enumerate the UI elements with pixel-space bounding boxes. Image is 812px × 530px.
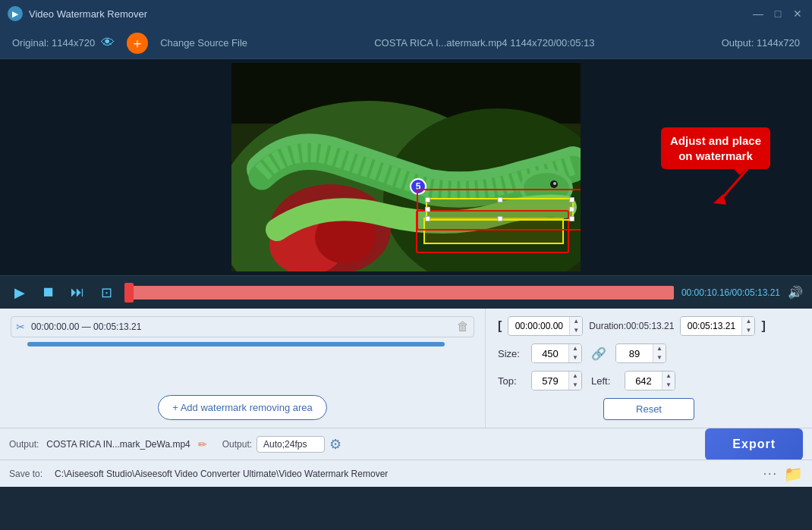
clip-progress-bar	[27, 342, 445, 347]
play-button[interactable]: ▶	[9, 282, 30, 303]
timeline-track[interactable]	[124, 286, 674, 299]
svg-rect-12	[424, 218, 563, 243]
clip-icon: ✂	[16, 321, 25, 333]
time-row: [ ▲ ▼ Duration:00:05:13.21 ▲ ▼ ]	[498, 316, 800, 336]
end-time-input-group: ▲ ▼	[680, 316, 755, 336]
time-display: 00:00:10.16/00:05:13.21	[681, 287, 780, 298]
maximize-button[interactable]: □	[771, 7, 785, 20]
end-time-up[interactable]: ▲	[742, 317, 754, 326]
height-input[interactable]	[616, 345, 653, 362]
start-time-input[interactable]	[508, 318, 569, 334]
next-frame-button[interactable]: ⏭	[67, 282, 88, 303]
add-source-button[interactable]: ＋	[127, 33, 148, 54]
left-down[interactable]: ▼	[663, 381, 675, 390]
app-title: Video Watermark Remover	[29, 8, 745, 20]
save-path: C:\Aiseesoft Studio\Aiseesoft Video Conv…	[55, 469, 757, 479]
width-input-group: ▲ ▼	[531, 343, 582, 363]
height-input-group: ▲ ▼	[615, 343, 666, 363]
start-time-spinners: ▲ ▼	[569, 317, 582, 335]
window-controls: — □ ✕	[751, 7, 804, 20]
height-spinners: ▲ ▼	[653, 344, 666, 362]
start-time-up[interactable]: ▲	[570, 317, 582, 326]
left-panel: ✂ 00:00:00.00 — 00:05:13.21 🗑 + Add wate…	[0, 309, 486, 428]
end-time-down[interactable]: ▼	[742, 326, 754, 335]
output-file-label: Output:	[9, 439, 39, 450]
clip-item: ✂ 00:00:00.00 — 00:05:13.21 🗑	[11, 316, 474, 337]
minimize-button[interactable]: —	[751, 7, 765, 20]
close-button[interactable]: ✕	[791, 7, 804, 20]
top-input[interactable]	[532, 372, 568, 390]
file-info: COSTA RICA I...atermark.mp4 1144x720/00:…	[260, 37, 710, 49]
size-label: Size:	[498, 348, 522, 359]
bracket-open: [	[498, 319, 502, 333]
width-input[interactable]	[532, 345, 568, 362]
change-source-button[interactable]: Change Source File	[160, 37, 247, 49]
start-time-input-group: ▲ ▼	[508, 316, 583, 336]
playback-bar: ▶ ⏹ ⏭ ⊡ 00:00:10.16/00:05:13.21 🔊	[0, 275, 812, 309]
size-row: Size: ▲ ▼ 🔗 ▲ ▼	[498, 343, 800, 363]
height-up[interactable]: ▲	[653, 344, 666, 353]
duration-label: Duration:00:05:13.21	[589, 321, 674, 331]
height-down[interactable]: ▼	[653, 353, 666, 362]
width-up[interactable]: ▲	[569, 344, 581, 353]
callout-annotation: Adjust and place on watermark	[661, 127, 770, 169]
clip-time: 00:00:00.00 — 00:05:13.21	[31, 321, 451, 332]
output-format-group: Output: ⚙	[222, 436, 341, 453]
edit-output-icon[interactable]: ✏	[198, 438, 207, 450]
output-filename: COSTA RICA IN...mark_DeWa.mp4	[46, 439, 190, 450]
content-row: ✂ 00:00:00.00 — 00:05:13.21 🗑 + Add wate…	[0, 309, 812, 428]
left-label: Left:	[591, 375, 615, 387]
svg-line-13	[721, 169, 747, 199]
reset-button[interactable]: Reset	[603, 398, 694, 420]
top-spinners: ▲ ▼	[568, 372, 581, 390]
top-input-group: ▲ ▼	[531, 371, 582, 390]
bottom-section: ✂ 00:00:00.00 — 00:05:13.21 🗑 + Add wate…	[0, 309, 812, 487]
position-row: Top: ▲ ▼ Left: ▲ ▼	[498, 371, 800, 390]
save-row: Save to: C:\Aiseesoft Studio\Aiseesoft V…	[0, 459, 812, 487]
top-down[interactable]: ▼	[569, 381, 581, 390]
svg-marker-14	[713, 194, 726, 205]
right-panel: [ ▲ ▼ Duration:00:05:13.21 ▲ ▼ ]	[486, 309, 812, 428]
callout-arrow	[710, 165, 755, 207]
end-time-spinners: ▲ ▼	[741, 317, 754, 335]
title-bar: ▶ Video Watermark Remover — □ ✕	[0, 0, 812, 27]
crop-button[interactable]: ⊡	[96, 282, 117, 303]
export-button[interactable]: Export	[705, 428, 803, 460]
volume-icon[interactable]: 🔊	[788, 285, 803, 299]
left-input[interactable]	[625, 372, 662, 390]
stop-button[interactable]: ⏹	[38, 282, 59, 303]
settings-button[interactable]: ⚙	[329, 436, 341, 453]
start-time-down[interactable]: ▼	[570, 326, 582, 335]
width-spinners: ▲ ▼	[568, 344, 581, 362]
timeline-thumb[interactable]	[124, 283, 134, 303]
left-spinners: ▲ ▼	[662, 372, 675, 390]
left-up[interactable]: ▲	[663, 372, 675, 381]
video-frame: 5	[231, 63, 581, 271]
end-time-input[interactable]	[681, 318, 741, 334]
original-info: Original: 1144x720 👁	[12, 35, 115, 51]
toolbar: Original: 1144x720 👁 ＋ Change Source Fil…	[0, 27, 812, 59]
top-label: Top:	[498, 375, 522, 387]
output-info: Output: 1144x720	[722, 37, 800, 49]
step-badge: 5	[410, 178, 426, 195]
top-up[interactable]: ▲	[569, 372, 581, 381]
browse-path-button[interactable]: ···	[763, 467, 778, 481]
output-bar: Output: COSTA RICA IN...mark_DeWa.mp4 ✏ …	[0, 428, 812, 459]
open-folder-button[interactable]: 📁	[784, 465, 803, 483]
app-icon: ▶	[8, 6, 23, 21]
output-format-input[interactable]	[257, 436, 325, 453]
svg-point-10	[553, 182, 556, 185]
output-format-label: Output:	[222, 439, 252, 450]
video-preview	[231, 63, 581, 271]
bracket-close: ]	[761, 319, 765, 333]
left-input-group: ▲ ▼	[625, 371, 675, 390]
add-watermark-area-button[interactable]: + Add watermark removing area	[158, 395, 327, 420]
timeline-fill	[124, 286, 674, 299]
link-dimensions-button[interactable]: 🔗	[591, 347, 606, 361]
save-to-label: Save to:	[9, 469, 49, 479]
eye-icon[interactable]: 👁	[101, 35, 115, 51]
original-label: Original: 1144x720	[12, 37, 95, 49]
width-down[interactable]: ▼	[569, 353, 581, 362]
video-area: 5 Adjust and place on watermark	[0, 59, 812, 275]
delete-clip-button[interactable]: 🗑	[457, 320, 469, 334]
